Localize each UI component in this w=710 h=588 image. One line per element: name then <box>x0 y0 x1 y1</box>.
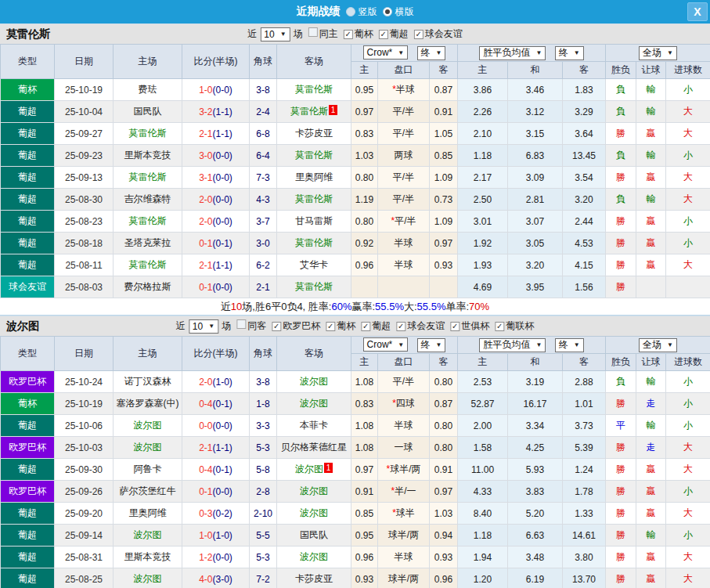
handicap-cell: 平/半 <box>378 101 430 123</box>
handicap-value: 半球 <box>395 259 413 270</box>
score-cell: 3-0(0-0) <box>182 145 250 167</box>
away-team-name: 莫雷伦斯 <box>295 150 333 161</box>
result-winlose: 勝 <box>606 525 636 547</box>
home-odds: 0.93 <box>351 568 378 588</box>
odds-stage-select[interactable]: 终▼ <box>417 338 446 352</box>
games-count-select[interactable]: 10 ▼ <box>189 319 218 334</box>
away-team-name: 里奥阿维 <box>295 171 333 182</box>
match-date: 25-08-31 <box>55 547 114 568</box>
col-header-date: 日期 <box>55 337 114 371</box>
odds-company-select[interactable]: Crow*▼ <box>363 337 409 352</box>
result-winlose: 勝 <box>606 503 636 525</box>
checkbox-checked[interactable]: ✓ <box>450 322 460 331</box>
home-odds: 1.19 <box>351 189 378 211</box>
home-team-cell: 塞洛罗森塞(中) <box>114 393 182 415</box>
matches-table: 类型 日期 主场 比分(半场) 角球 客场 Crow*▼ 终▼ 胜平负均值▼ 终… <box>0 336 710 588</box>
summary-segment: 10 <box>231 301 242 312</box>
league-type-badge: 葡超 <box>1 459 55 481</box>
sub-header-handicap-result: 让球 <box>636 354 666 371</box>
checkbox-unchecked[interactable] <box>308 27 318 37</box>
avg-away-odds: 14.61 <box>563 525 606 547</box>
halftime-score: (0-0) <box>213 216 232 227</box>
result-handicap: 輸 <box>636 525 666 547</box>
checkbox-checked[interactable]: ✓ <box>272 322 281 331</box>
away-team-name: 贝尔格莱德红星 <box>281 442 347 453</box>
home-team-cell: 莫雷伦斯 <box>114 211 182 233</box>
avg-home-odds: 11.00 <box>458 459 508 481</box>
checkbox-checked[interactable]: ✓ <box>495 322 504 331</box>
avg-home-odds: 1.93 <box>458 254 508 276</box>
scope-select[interactable]: 全场▼ <box>639 46 677 60</box>
sub-header-winlose: 胜负 <box>606 62 636 79</box>
corners-cell: 5-5 <box>250 525 277 547</box>
handicap-cell: *半/一 <box>378 481 430 503</box>
score-cell: 1-0(0-0) <box>182 79 250 101</box>
handicap-cell: 平/半 <box>378 371 430 393</box>
home-odds: 0.92 <box>351 233 378 254</box>
handicap-value: 平/半 <box>393 376 414 387</box>
result-winlose: 勝 <box>606 211 636 233</box>
checkbox-unchecked[interactable] <box>236 319 246 329</box>
checkbox-checked[interactable]: ✓ <box>344 30 353 39</box>
avg-type-select[interactable]: 胜平负均值▼ <box>479 338 546 352</box>
avg-draw-odds: 3.46 <box>508 79 563 101</box>
score-cell: 0-3(0-2) <box>182 503 250 525</box>
result-handicap: 輸 <box>636 371 666 393</box>
sub-header-handicap: 盘口 <box>378 62 430 79</box>
avg-draw-odds: 2.81 <box>508 189 563 211</box>
handicap-value: 半/一 <box>395 485 416 496</box>
odds-group-header: Crow*▼ 终▼ <box>351 337 458 354</box>
fulltime-score: 4-0 <box>199 574 212 585</box>
home-team-cell: 萨尔茨堡红牛 <box>114 481 182 503</box>
games-count-select[interactable]: 10 ▼ <box>260 27 290 41</box>
checkbox-checked[interactable]: ✓ <box>396 322 405 331</box>
checkbox-checked[interactable]: ✓ <box>361 322 370 331</box>
odds-company-select[interactable]: Crow*▼ <box>363 45 409 60</box>
match-row: 葡超25-09-13莫雷伦斯3-1(0-0)7-3里奥阿维0.80平/半1.09… <box>1 167 710 189</box>
league-type-badge: 葡超 <box>1 568 55 588</box>
league-type-badge: 葡超 <box>1 503 55 525</box>
red-card-badge: 1 <box>324 463 333 473</box>
avg-stage-select[interactable]: 终▼ <box>555 338 584 352</box>
filter-checkbox-label: 葡超 <box>372 320 391 331</box>
summary-segment: 近 <box>221 300 231 314</box>
result-winlose: 勝 <box>606 233 636 254</box>
score-cell: 2-0(1-0) <box>182 371 250 393</box>
sub-header-goals: 进球数 <box>666 354 710 371</box>
result-goals: 大 <box>666 503 710 525</box>
checkbox-checked[interactable]: ✓ <box>326 322 335 331</box>
avg-stage-select[interactable]: 终▼ <box>555 46 584 60</box>
scope-select[interactable]: 全场▼ <box>639 338 677 352</box>
corners-cell: 3-3 <box>250 415 277 437</box>
corners-cell: 6-8 <box>250 123 277 145</box>
avg-group-header: 胜平负均值▼ 终▼ <box>458 337 606 354</box>
away-team-cell: 莫雷伦斯1 <box>277 101 351 123</box>
avg-home-odds: 3.01 <box>458 211 508 233</box>
halftime-score: (1-0) <box>213 530 232 541</box>
avg-type-select[interactable]: 胜平负均值▼ <box>479 46 546 60</box>
checkbox-checked[interactable]: ✓ <box>379 30 388 39</box>
radio-unselected[interactable] <box>346 7 355 16</box>
halftime-score: (0-0) <box>213 150 232 161</box>
handicap-value: 球半/两 <box>390 464 420 474</box>
corners-cell: 2-1 <box>250 276 277 298</box>
result-winlose: 勝 <box>606 276 636 298</box>
halftime-score: (0-1) <box>213 464 232 475</box>
radio-selected[interactable] <box>383 7 392 16</box>
home-team-cell: 圣塔克莱拉 <box>114 233 182 254</box>
avg-home-odds: 1.92 <box>458 233 508 254</box>
handicap-cell: 半球 <box>378 547 430 568</box>
odds-stage-select[interactable]: 终▼ <box>417 46 446 60</box>
fulltime-score: 1-0 <box>199 85 212 96</box>
away-team-cell: 艾华卡 <box>277 254 351 276</box>
close-button[interactable]: X <box>687 2 708 21</box>
filter-checkbox-label: 葡杯 <box>337 320 355 331</box>
match-row: 葡超25-08-11莫雷伦斯2-1(1-1)6-2艾华卡0.96半球0.931.… <box>1 254 710 276</box>
checkbox-checked[interactable]: ✓ <box>414 30 423 39</box>
league-type-badge: 葡超 <box>1 415 55 437</box>
halftime-score: (1-0) <box>213 377 232 388</box>
filter-checkbox-label: 同客 <box>247 320 266 331</box>
home-odds: 1.08 <box>351 437 378 459</box>
home-team-cell: 费珐 <box>114 79 182 101</box>
score-cell: 3-2(1-1) <box>182 101 250 123</box>
